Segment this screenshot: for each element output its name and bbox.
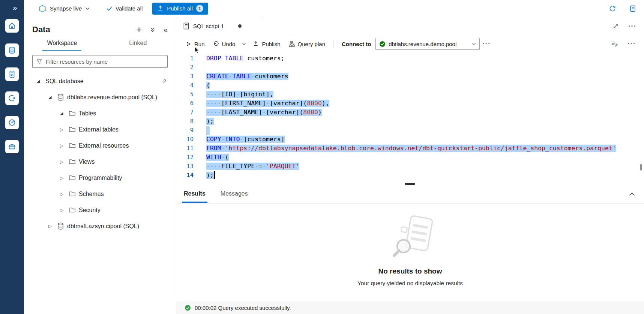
line-content: WITH·( bbox=[206, 153, 229, 162]
toolbar-more-button[interactable]: ··· bbox=[480, 37, 493, 50]
code-line[interactable]: 3CREATE·TABLE·customers bbox=[176, 72, 644, 81]
collapse-all-button[interactable] bbox=[150, 27, 155, 33]
tree-item[interactable]: ◢dbtlabs.revenue.demo.pool (SQL) bbox=[24, 89, 176, 105]
folder-icon-wrapper bbox=[69, 206, 79, 214]
line-number: 11 bbox=[176, 144, 194, 153]
code-line[interactable]: 12WITH·( bbox=[176, 153, 644, 162]
line-number: 6 bbox=[176, 99, 194, 108]
tree-item[interactable]: ▷Programmability bbox=[24, 170, 176, 186]
tab-messages[interactable]: Messages bbox=[218, 185, 251, 203]
environment-label: Synapse live bbox=[50, 5, 82, 12]
doc-tab-title: SQL script 1 bbox=[193, 23, 224, 29]
expand-nav-button[interactable]: » bbox=[13, 3, 17, 11]
nav-monitor-button[interactable] bbox=[5, 116, 19, 129]
editor-more-button[interactable]: ··· bbox=[627, 42, 636, 45]
tree-item[interactable]: ◢SQL database2 bbox=[24, 73, 176, 89]
code-line[interactable]: 10COPY·INTO·[customers] bbox=[176, 135, 644, 144]
tab-linked[interactable]: Linked bbox=[100, 37, 176, 51]
expand-twisty-icon[interactable]: ▷ bbox=[48, 224, 57, 229]
collapse-results-button[interactable] bbox=[629, 192, 635, 196]
panel-title: Data bbox=[32, 25, 50, 34]
add-resource-button[interactable]: + bbox=[136, 26, 142, 33]
code-line[interactable]: 5····[ID]·[bigint], bbox=[176, 90, 644, 99]
filter-input[interactable] bbox=[46, 58, 164, 65]
code-line[interactable]: 4( bbox=[176, 81, 644, 90]
tree-item[interactable]: ▷External resources bbox=[24, 138, 176, 154]
undo-dropdown-button[interactable] bbox=[239, 37, 249, 50]
upload-icon bbox=[253, 41, 259, 47]
folder-icon bbox=[69, 158, 76, 165]
expand-twisty-icon[interactable]: ▷ bbox=[60, 191, 69, 197]
tree-item-label: Tables bbox=[79, 110, 96, 117]
line-content: ( bbox=[206, 81, 210, 90]
collapse-twisty-icon[interactable]: ◢ bbox=[48, 95, 57, 100]
code-line[interactable]: 11FROM·'https://dbtlabsynapsedatalake.bl… bbox=[176, 144, 644, 153]
refresh-button[interactable] bbox=[609, 5, 616, 12]
database-icon bbox=[57, 223, 64, 230]
publish-count-badge: 1 bbox=[196, 5, 203, 12]
nav-develop-button[interactable] bbox=[5, 67, 19, 81]
nav-home-button[interactable] bbox=[5, 19, 19, 33]
tree-item[interactable]: ▷Security bbox=[24, 202, 176, 218]
pool-selector[interactable]: dbtlabs.revenue.demo.pool bbox=[375, 38, 480, 50]
tree-item-label: External tables bbox=[79, 126, 119, 133]
tree-item[interactable]: ▷Views bbox=[24, 154, 176, 170]
resource-tree: ◢SQL database2◢dbtlabs.revenue.demo.pool… bbox=[24, 73, 176, 234]
collapse-twisty-icon[interactable]: ◢ bbox=[37, 79, 45, 84]
folder-icon bbox=[69, 142, 76, 149]
tree-item[interactable]: ▷dbtmsft.azsyn.cipool (SQL) bbox=[24, 218, 176, 234]
expand-editor-button[interactable] bbox=[613, 23, 618, 29]
run-button[interactable]: Run bbox=[182, 37, 209, 50]
knowledge-center-button[interactable] bbox=[629, 5, 636, 12]
line-content bbox=[206, 126, 210, 135]
folder-icon-wrapper bbox=[69, 142, 79, 149]
publish-button[interactable]: Publish bbox=[249, 37, 284, 50]
code-line[interactable]: 13····FILE_TYPE·=·'PARQUET' bbox=[176, 162, 644, 171]
tab-sql-script[interactable]: SQL script 1 bbox=[176, 17, 263, 35]
scrollbar-thumb[interactable] bbox=[640, 164, 642, 170]
validate-all-button[interactable]: Validate all bbox=[107, 5, 143, 12]
expand-twisty-icon[interactable]: ▷ bbox=[60, 143, 69, 148]
publish-all-button[interactable]: Publish all 1 bbox=[152, 3, 208, 15]
expand-twisty-icon[interactable]: ▷ bbox=[60, 175, 69, 181]
code-line[interactable]: 8); bbox=[176, 117, 644, 126]
expand-twisty-icon[interactable]: ▷ bbox=[60, 208, 69, 213]
code-line[interactable]: 6····[FIRST_NAME]·[varchar](8000), bbox=[176, 99, 644, 108]
code-line[interactable]: 2 bbox=[176, 63, 644, 72]
database-icon-wrapper bbox=[57, 94, 67, 101]
tree-item[interactable]: ◢Tables bbox=[24, 105, 176, 121]
tree-item[interactable]: ▷Schemas bbox=[24, 186, 176, 202]
empty-results-subtitle: Your query yielded no displayable result… bbox=[357, 280, 463, 287]
code-line[interactable]: 14); bbox=[176, 171, 644, 180]
code-line[interactable]: 1DROP TABLE customers; bbox=[176, 54, 644, 63]
undo-button[interactable]: Undo bbox=[209, 37, 240, 50]
nav-integrate-button[interactable] bbox=[5, 91, 19, 105]
expand-icon bbox=[613, 23, 618, 29]
code-editor[interactable]: 1DROP TABLE customers;23CREATE·TABLE·cus… bbox=[176, 52, 644, 182]
tree-item[interactable]: ▷External tables bbox=[24, 121, 176, 138]
results-tabbar: Results Messages bbox=[176, 185, 644, 203]
query-plan-button[interactable]: Query plan bbox=[285, 37, 329, 50]
line-content: ····[ID]·[bigint], bbox=[206, 90, 273, 99]
code-line[interactable]: 7····[LAST_NAME]·[varchar](8000) bbox=[176, 108, 644, 117]
empty-results-title: No results to show bbox=[378, 267, 442, 275]
folder-icon-wrapper bbox=[69, 158, 79, 165]
tab-results[interactable]: Results bbox=[181, 185, 209, 203]
code-lines: 1DROP TABLE customers;23CREATE·TABLE·cus… bbox=[176, 54, 644, 180]
collapse-panel-button[interactable]: « bbox=[164, 26, 168, 33]
view-settings-button[interactable] bbox=[611, 40, 618, 47]
line-number: 3 bbox=[176, 72, 194, 81]
develop-icon bbox=[8, 70, 16, 78]
double-chevron-down-icon bbox=[150, 27, 155, 33]
nav-manage-button[interactable] bbox=[5, 140, 19, 153]
collapse-twisty-icon[interactable]: ◢ bbox=[60, 111, 69, 116]
expand-twisty-icon[interactable]: ▷ bbox=[60, 127, 69, 132]
expand-twisty-icon[interactable]: ▷ bbox=[60, 159, 69, 164]
tab-more-button[interactable]: ··· bbox=[628, 25, 636, 28]
tab-workspace[interactable]: Workspace bbox=[24, 37, 100, 51]
editor-toolbar: Run Undo Publish Query plan Connect to d… bbox=[176, 35, 644, 52]
nav-data-button[interactable] bbox=[5, 43, 19, 57]
status-bar: 00:00:02 Query executed successfully. bbox=[176, 301, 644, 314]
code-line[interactable]: 9 bbox=[176, 126, 644, 135]
environment-switcher[interactable]: Synapse live bbox=[38, 4, 90, 13]
